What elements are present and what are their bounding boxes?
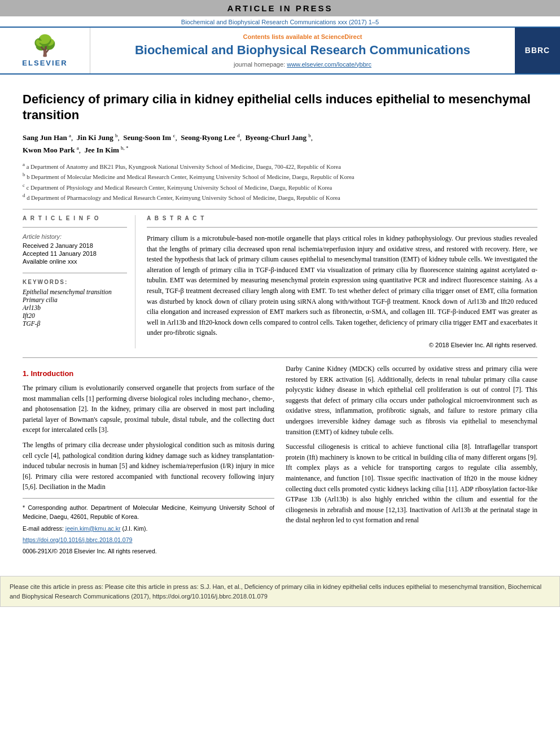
authors-line: Sang Jun Han a, Jin Ki Jung b, Seung-Soo… xyxy=(23,132,537,156)
author-kwon-moo-park: Kwon Moo Park xyxy=(23,146,75,154)
abstract-section: A B S T R A C T Primary cilium is a micr… xyxy=(147,215,537,348)
journal-meta-line: Biochemical and Biophysical Research Com… xyxy=(0,16,560,27)
abstract-text: Primary cilium is a microtubule-based no… xyxy=(147,233,537,338)
divider-kw xyxy=(23,273,127,273)
affiliations-block: a a Department of Anatomy and BK21 Plus,… xyxy=(23,161,537,202)
accepted-date: Accepted 11 January 2018 xyxy=(23,250,127,257)
affiliation-d: d d Department of Pharmacology and Medic… xyxy=(23,192,537,202)
journal-title-block: Contents lists available at ScienceDirec… xyxy=(90,28,515,73)
introduction-heading: 1. Introduction xyxy=(23,368,274,379)
main-body: 1. Introduction The primary cilium is ev… xyxy=(23,364,537,558)
keyword-2: Primary cilia xyxy=(23,296,127,303)
author-seung-soon-im: Seung-Soon Im xyxy=(123,133,171,142)
corresponding-footnote: * Corresponding author. Department of Mo… xyxy=(23,503,274,522)
doi-link[interactable]: https://doi.org/10.1016/j.bbrc.2018.01.0… xyxy=(23,536,132,543)
author-sang-jun-han: Sang Jun Han xyxy=(23,133,67,142)
keyword-1: Epithelial mesenchymal transition xyxy=(23,289,127,295)
science-direct-line: Contents lists available at ScienceDirec… xyxy=(243,33,362,40)
elsevier-tree-icon: 🌳 xyxy=(32,34,58,58)
elsevier-text: ELSEVIER xyxy=(22,59,67,67)
info-abstract-block: A R T I C L E I N F O Article history: R… xyxy=(23,215,537,348)
homepage-link[interactable]: www.elsevier.com/locate/ybbrc xyxy=(287,61,371,68)
email-suffix: (J.I. Kim). xyxy=(120,525,147,532)
divider-1 xyxy=(23,209,537,209)
footnote-section: * Corresponding author. Department of Mo… xyxy=(23,498,274,556)
keywords-section: Keywords: Epithelial mesenchymal transit… xyxy=(23,273,127,327)
journal-header: 🌳 ELSEVIER Contents lists available at S… xyxy=(0,27,560,75)
divider-abstract xyxy=(147,227,537,228)
paper-title: Deficiency of primary cilia in kidney ep… xyxy=(23,91,537,124)
copyright-line: © 2018 Elsevier Inc. All rights reserved… xyxy=(147,342,537,348)
affiliation-b: b b Department of Molecular Medicine and… xyxy=(23,171,537,181)
journal-title: Biochemical and Biophysical Research Com… xyxy=(135,42,470,59)
author-jee-in-kim: Jee In Kim xyxy=(84,146,119,154)
elsevier-logo: 🌳 ELSEVIER xyxy=(14,33,76,67)
science-direct-link[interactable]: ScienceDirect xyxy=(321,33,362,40)
abstract-title: A B S T R A C T xyxy=(147,215,537,221)
email-label: E-mail address: xyxy=(23,525,65,532)
keywords-label: Keywords: xyxy=(23,279,127,285)
bbrc-logo: BBRC xyxy=(525,46,550,55)
science-direct-prefix: Contents lists available at xyxy=(243,33,321,40)
affiliation-c: c c Department of Physiology and Medical… xyxy=(23,182,537,192)
keyword-4: Ift20 xyxy=(23,312,127,319)
intro-para-2: The lengths of primary cilia decrease un… xyxy=(23,440,274,492)
journal-homepage: journal homepage: www.elsevier.com/locat… xyxy=(234,61,371,68)
article-history-label: Article history: xyxy=(23,233,127,240)
right-para-1: Darby Canine Kidney (MDCK) cells occurre… xyxy=(286,364,537,437)
author-seong-ryong-lee: Seong-Ryong Lee xyxy=(181,133,235,142)
keyword-5: TGF-β xyxy=(23,320,127,327)
email-footnote: E-mail address: jeein.kim@kmu.ac.kr (J.I… xyxy=(23,524,274,533)
article-info-title: A R T I C L E I N F O xyxy=(23,215,127,221)
email-link[interactable]: jeein.kim@kmu.ac.kr xyxy=(65,525,121,532)
intro-para-1: The primary cilium is evolutionarily con… xyxy=(23,383,274,435)
right-para-2: Successful ciliogenesis is critical to a… xyxy=(286,442,537,526)
cite-bar-prefix: Please cite this article in press as: xyxy=(10,583,105,590)
divider-info xyxy=(23,227,127,228)
cite-bar: Please cite this article in press as: Pl… xyxy=(0,576,560,607)
body-right-col: Darby Canine Kidney (MDCK) cells occurre… xyxy=(286,364,537,558)
author-jin-ki-jung: Jin Ki Jung xyxy=(77,133,113,142)
keyword-3: Arl13b xyxy=(23,304,127,311)
body-left-col: 1. Introduction The primary cilium is ev… xyxy=(23,364,274,558)
author-byeong-churl-jang: Byeong-Churl Jang xyxy=(245,133,307,142)
article-in-press-banner: ARTICLE IN PRESS xyxy=(0,0,560,16)
received-date: Received 2 January 2018 xyxy=(23,242,127,249)
issn-line: 0006-291X/© 2018 Elsevier Inc. All right… xyxy=(23,547,274,556)
elsevier-logo-block: 🌳 ELSEVIER xyxy=(0,28,90,73)
paper-content: Deficiency of primary cilia in kidney ep… xyxy=(0,75,560,570)
doi-line: https://doi.org/10.1016/j.bbrc.2018.01.0… xyxy=(23,535,274,544)
affiliation-a: a a Department of Anatomy and BK21 Plus,… xyxy=(23,161,537,171)
article-info-column: A R T I C L E I N F O Article history: R… xyxy=(23,215,135,348)
bbrc-logo-block: BBRC xyxy=(515,28,560,73)
available-online: Available online xxx xyxy=(23,258,127,265)
divider-2 xyxy=(23,357,537,358)
